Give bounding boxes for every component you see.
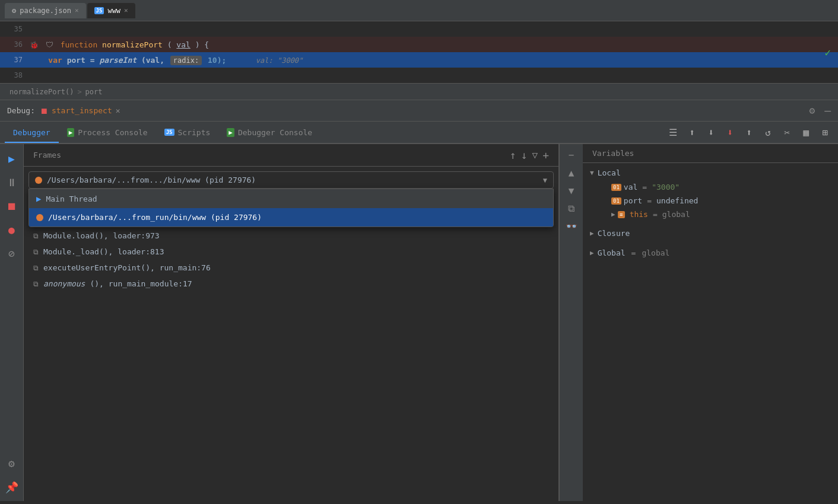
tab-www[interactable]: JS www ✕ — [87, 3, 135, 18]
this-expand[interactable]: ▶ — [611, 210, 615, 218]
code-line-37: 37 var port = parseInt (val, radix: 10);… — [0, 52, 838, 68]
variables-header: Variables — [583, 144, 838, 163]
tab-debugger[interactable]: Debugger — [5, 123, 59, 143]
session-close-btn[interactable]: ✕ — [116, 106, 120, 115]
global-eq: = — [631, 248, 636, 257]
frames-filter-btn[interactable]: ▽ — [532, 149, 538, 161]
this-badge: ≡ — [618, 211, 625, 218]
tab-process-console-label: Process Console — [78, 128, 147, 137]
fn-name: normalizePort — [102, 40, 163, 49]
toolbar-btn-more[interactable]: ⊞ — [817, 124, 833, 141]
var-item-this: ▶ ≡ this = global — [583, 208, 838, 221]
frame-icon-entry: ⧉ — [33, 264, 39, 272]
debug-session-bar: Debug: ⏹ start_inspect ✕ ⚙ — — [0, 100, 838, 122]
this-eq: = — [653, 210, 658, 219]
toolbar-btn-step-out[interactable]: ⬇ — [722, 124, 738, 141]
dropdown-arrow-icon: ▼ — [543, 176, 547, 184]
tab-package-json-close[interactable]: ✕ — [75, 7, 79, 14]
var-item-val: 01 val = "3000" — [583, 180, 838, 194]
code-line-35: 35 — [0, 21, 838, 37]
toolbar-btn-scissors[interactable]: ✂ — [779, 124, 795, 141]
frame-label-load: Module.load(), loader:973 — [43, 231, 160, 240]
sidebar-icon-rerun[interactable]: ● — [2, 220, 21, 239]
tab-www-close[interactable]: ✕ — [124, 7, 128, 14]
thread-dot-red — [36, 214, 43, 221]
thread-selector-wrapper: /Users/barbara/...from.../bin/www (pid 2… — [28, 171, 554, 189]
session-tab[interactable]: ⏹ start_inspect ✕ — [40, 106, 120, 116]
minimize-icon[interactable]: — — [824, 104, 831, 117]
thread-play-icon: ▶ — [36, 194, 41, 203]
scroll-controls: − ▲ ▼ ⧉ 👓 — [559, 144, 583, 501]
frame-item-entry[interactable]: ⧉ executeUserEntryPoint(), run_main:76 — [24, 260, 558, 276]
sidebar-icon-settings[interactable]: ⚙ — [2, 454, 21, 473]
kw-function: function — [61, 40, 102, 49]
thread-item-www[interactable]: /Users/barbara/...from_run/bin/www (pid … — [29, 208, 553, 227]
frame-item-_load[interactable]: ⧉ Module._load(), loader:813 — [24, 244, 558, 260]
paren-open: ( — [167, 40, 172, 49]
param-val: val — [176, 40, 190, 49]
green-checkmark-icon: ✓ — [824, 46, 831, 59]
frame-item-anon[interactable]: ⧉ anonymous (), run_main_module:17 — [24, 276, 558, 292]
debugger-console-icon: ▶ — [227, 128, 234, 137]
toolbar-btn-step-over[interactable]: ⬆ — [684, 124, 700, 141]
thread-selector-text: /Users/barbara/...from.../bin/www (pid 2… — [47, 176, 538, 184]
frames-up-btn[interactable]: ↑ — [510, 149, 516, 161]
debug-tabs-bar: Debugger ▶ Process Console JS Scripts ▶ … — [0, 122, 838, 144]
glasses-btn[interactable]: 👓 — [562, 218, 581, 234]
tab-www-label: www — [107, 7, 120, 15]
thread-item-main[interactable]: ▶ Main Thread — [29, 189, 553, 208]
copy-btn[interactable]: ⧉ — [562, 200, 581, 216]
frame-item-load[interactable]: ⧉ Module.load(), loader:973 — [24, 228, 558, 244]
scroll-down-btn[interactable]: ▼ — [562, 182, 581, 199]
sidebar-icon-pause[interactable]: ⏸ — [2, 173, 21, 192]
sidebar-icon-stop[interactable]: ⏹ — [2, 196, 21, 215]
toolbar-btn-grid[interactable]: ▦ — [798, 124, 814, 141]
thread-dropdown: ▶ Main Thread /Users/barbara/...from_run… — [28, 189, 554, 227]
frames-panel: Frames ↑ ↓ ▽ + /Users/barbara/...from...… — [24, 144, 559, 501]
tab-debugger-console[interactable]: ▶ Debugger Console — [218, 123, 320, 143]
var-group-local[interactable]: ▼ Local — [583, 165, 838, 180]
tab-bar: ⚙ package.json ✕ JS www ✕ — [0, 0, 838, 21]
frames-down-btn[interactable]: ↓ — [521, 149, 528, 161]
breadcrumb: normalizePort() > port — [0, 84, 838, 100]
tab-debugger-label: Debugger — [13, 128, 50, 137]
sidebar-icon-mute[interactable]: ⊘ — [2, 244, 21, 263]
var-section-closure: ▶ Closure — [583, 224, 838, 243]
toolbar-btn-menu[interactable]: ☰ — [665, 124, 681, 141]
tab-debugger-console-label: Debugger Console — [238, 128, 312, 137]
toolbar-btn-restart[interactable]: ↺ — [760, 124, 776, 141]
thread-selector[interactable]: /Users/barbara/...from.../bin/www (pid 2… — [28, 171, 554, 189]
code-line-36: 36 🐞 🛡 function normalizePort ( val ) { — [0, 37, 838, 52]
left-sidebar: ▶ ⏸ ⏹ ● ⊘ ⚙ 📌 — [0, 144, 24, 501]
port-name: port — [624, 196, 642, 205]
package-json-icon: ⚙ — [12, 7, 16, 15]
var-group-closure[interactable]: ▶ Closure — [583, 226, 838, 241]
val-hint: val: "3000" — [243, 56, 303, 65]
frame-label-_load: Module._load(), loader:813 — [43, 247, 164, 256]
gear-icon[interactable]: ⚙ — [810, 105, 815, 116]
code-editor: 35 36 🐞 🛡 function normalizePort ( val )… — [0, 21, 838, 84]
tab-package-json[interactable]: ⚙ package.json ✕ — [5, 3, 86, 18]
breadcrumb-sep: > — [77, 88, 81, 96]
var-group-global[interactable]: ▶ Global = global — [583, 245, 838, 260]
port-badge: 01 — [611, 197, 621, 205]
val-badge: 01 — [611, 184, 621, 191]
sidebar-icon-pin[interactable]: 📌 — [2, 477, 21, 496]
tab-scripts-label: Scripts — [178, 128, 211, 137]
tab-process-console[interactable]: ▶ Process Console — [59, 123, 156, 143]
global-value: global — [642, 248, 669, 257]
tab-scripts[interactable]: JS Scripts — [156, 123, 219, 143]
session-stop-icon: ⏹ — [40, 106, 48, 116]
frame-icon-load: ⧉ — [33, 232, 39, 240]
toolbar-icons: ☰ ⬆ ⬇ ⬇ ⬆ ↺ ✂ ▦ ⊞ — [665, 124, 833, 141]
scroll-up-btn[interactable]: ▲ — [562, 164, 581, 181]
frames-add-btn[interactable]: + — [542, 149, 549, 161]
toolbar-btn-run-to-cursor[interactable]: ⬆ — [741, 124, 757, 141]
thread-main-label: Main Thread — [46, 194, 97, 203]
toolbar-btn-step-into[interactable]: ⬇ — [703, 124, 719, 141]
debug-label: Debug: — [7, 106, 35, 115]
sidebar-icon-resume[interactable]: ▶ — [2, 149, 21, 168]
scroll-minus-btn[interactable]: − — [562, 146, 581, 163]
var-item-port: 01 port = undefined — [583, 194, 838, 208]
tab-package-json-label: package.json — [20, 7, 71, 15]
